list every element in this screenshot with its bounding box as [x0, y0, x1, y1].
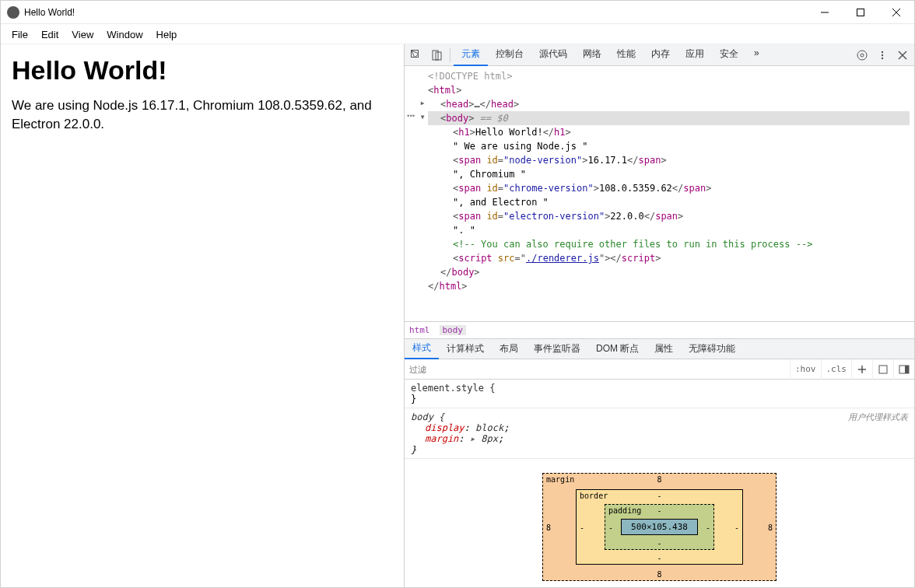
menu-window[interactable]: Window [100, 27, 149, 42]
inspect-element-icon[interactable] [406, 45, 426, 65]
kebab-menu-icon[interactable] [872, 45, 892, 65]
subtab-properties[interactable]: 属性 [647, 339, 681, 359]
svg-point-8 [857, 51, 867, 60]
crumb-html[interactable]: html [409, 325, 430, 335]
devtools-toolbar: 元素 控制台 源代码 网络 性能 内存 应用 安全 » [405, 44, 914, 66]
menu-edit[interactable]: Edit [35, 27, 65, 42]
tab-sources[interactable]: 源代码 [531, 44, 575, 66]
collapse-arrow-icon[interactable]: ▾ [417, 111, 428, 122]
svg-point-11 [882, 57, 883, 58]
styles-filter-input[interactable] [405, 362, 790, 377]
expand-arrow-icon[interactable]: ▸ [417, 97, 428, 108]
dock-side-icon[interactable] [893, 359, 914, 380]
computed-styles-icon[interactable] [872, 359, 893, 380]
app-icon [7, 6, 19, 19]
styles-pane[interactable]: element.style { } 用户代理样式表 body { display… [405, 380, 914, 587]
menu-file[interactable]: File [5, 27, 34, 42]
box-model-diagram: margin 8 8 8 8 border - - - - [405, 459, 914, 587]
menu-help[interactable]: Help [150, 27, 184, 42]
subtab-accessibility[interactable]: 无障碍功能 [681, 339, 743, 359]
menu-view[interactable]: View [65, 27, 100, 42]
app-content: Hello World! We are using Node.js 16.17.… [1, 44, 404, 587]
tab-network[interactable]: 网络 [575, 44, 609, 66]
subtab-layout[interactable]: 布局 [492, 339, 526, 359]
titlebar: Hello World! [1, 1, 914, 24]
elements-tree[interactable]: <!DOCTYPE html> <html> ▸<head>…</head> •… [405, 66, 914, 321]
svg-point-7 [861, 54, 864, 57]
hov-toggle[interactable]: :hov [790, 359, 821, 380]
box-model-content: 500×105.438 [621, 519, 698, 535]
tab-console[interactable]: 控制台 [488, 44, 531, 66]
device-toolbar-icon[interactable] [426, 45, 447, 65]
minimize-button[interactable] [807, 1, 843, 24]
close-devtools-icon[interactable] [892, 45, 913, 65]
page-heading: Hello World! [12, 55, 393, 86]
tab-application[interactable]: 应用 [678, 44, 712, 66]
window-title: Hello World! [24, 7, 75, 18]
subtab-styles[interactable]: 样式 [405, 338, 439, 359]
tab-performance[interactable]: 性能 [609, 44, 643, 66]
svg-rect-18 [905, 366, 909, 373]
menubar: File Edit View Window Help [1, 24, 914, 44]
svg-rect-1 [857, 9, 864, 16]
tab-more[interactable]: » [746, 44, 767, 66]
subtab-dom-breakpoints[interactable]: DOM 断点 [588, 339, 647, 359]
tab-memory[interactable]: 内存 [643, 44, 678, 66]
svg-point-10 [882, 54, 883, 55]
tab-security[interactable]: 安全 [712, 44, 746, 66]
svg-point-9 [882, 51, 883, 52]
new-style-rule-icon[interactable] [851, 359, 872, 380]
devtools: 元素 控制台 源代码 网络 性能 内存 应用 安全 » [404, 44, 914, 587]
crumb-body[interactable]: body [440, 325, 467, 335]
maximize-button[interactable] [843, 1, 878, 24]
page-paragraph: We are using Node.js 16.17.1, Chromium 1… [12, 96, 393, 134]
svg-rect-16 [879, 366, 887, 373]
ua-stylesheet-label: 用户代理样式表 [848, 411, 908, 423]
settings-icon[interactable] [852, 45, 872, 65]
dom-breadcrumb: html body [405, 321, 914, 338]
cls-toggle[interactable]: .cls [821, 359, 852, 380]
subtab-event-listeners[interactable]: 事件监听器 [526, 339, 588, 359]
styles-subtabs: 样式 计算样式 布局 事件监听器 DOM 断点 属性 无障碍功能 [405, 339, 914, 359]
tab-elements[interactable]: 元素 [454, 44, 488, 66]
subtab-computed[interactable]: 计算样式 [439, 339, 492, 359]
selected-dom-node[interactable]: •••▾<body> == $0 [428, 111, 910, 125]
close-button[interactable] [878, 1, 914, 24]
